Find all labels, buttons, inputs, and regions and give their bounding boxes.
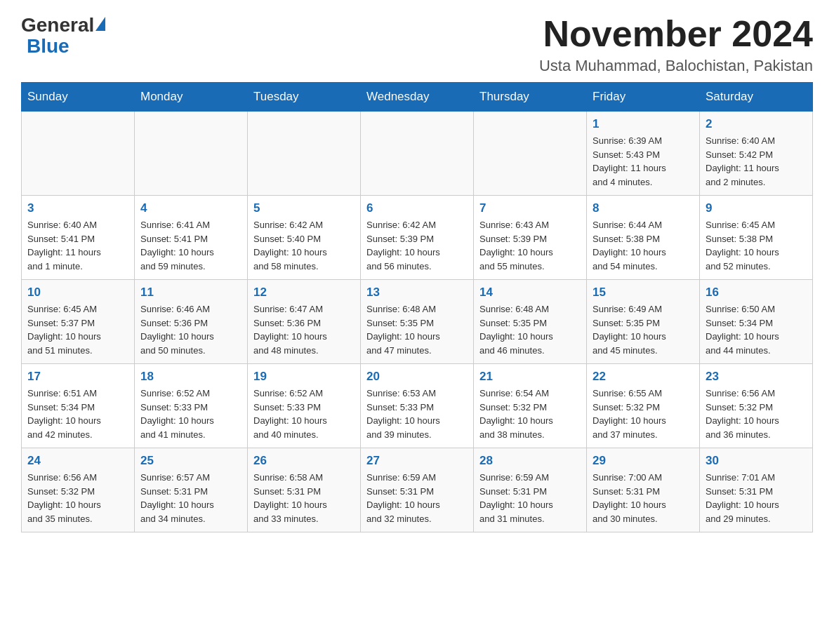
day-info: Sunrise: 6:41 AMSunset: 5:41 PMDaylight:… bbox=[140, 218, 241, 273]
day-number: 14 bbox=[479, 286, 581, 300]
calendar-cell: 12Sunrise: 6:47 AMSunset: 5:36 PMDayligh… bbox=[248, 280, 361, 364]
day-number: 3 bbox=[27, 201, 128, 215]
calendar-cell: 23Sunrise: 6:56 AMSunset: 5:32 PMDayligh… bbox=[700, 364, 813, 448]
day-number: 18 bbox=[140, 370, 241, 384]
day-number: 25 bbox=[140, 454, 241, 468]
calendar-cell: 20Sunrise: 6:53 AMSunset: 5:33 PMDayligh… bbox=[361, 364, 474, 448]
calendar-cell: 7Sunrise: 6:43 AMSunset: 5:39 PMDaylight… bbox=[474, 196, 587, 280]
logo-area: General Blue bbox=[21, 14, 107, 58]
day-header-wednesday: Wednesday bbox=[361, 83, 474, 112]
calendar-cell bbox=[474, 112, 587, 196]
calendar-cell: 13Sunrise: 6:48 AMSunset: 5:35 PMDayligh… bbox=[361, 280, 474, 364]
day-number: 8 bbox=[593, 201, 694, 215]
day-info: Sunrise: 6:42 AMSunset: 5:40 PMDaylight:… bbox=[253, 218, 355, 273]
calendar-cell: 28Sunrise: 6:59 AMSunset: 5:31 PMDayligh… bbox=[474, 448, 587, 532]
calendar-cell: 17Sunrise: 6:51 AMSunset: 5:34 PMDayligh… bbox=[22, 364, 135, 448]
calendar-cell: 6Sunrise: 6:42 AMSunset: 5:39 PMDaylight… bbox=[361, 196, 474, 280]
calendar-cell: 8Sunrise: 6:44 AMSunset: 5:38 PMDaylight… bbox=[587, 196, 700, 280]
calendar-cell bbox=[361, 112, 474, 196]
calendar-cell: 9Sunrise: 6:45 AMSunset: 5:38 PMDaylight… bbox=[700, 196, 813, 280]
day-info: Sunrise: 6:48 AMSunset: 5:35 PMDaylight:… bbox=[366, 302, 468, 357]
calendar-cell: 27Sunrise: 6:59 AMSunset: 5:31 PMDayligh… bbox=[361, 448, 474, 532]
calendar-cell: 11Sunrise: 6:46 AMSunset: 5:36 PMDayligh… bbox=[135, 280, 248, 364]
day-info: Sunrise: 6:43 AMSunset: 5:39 PMDaylight:… bbox=[479, 218, 581, 273]
day-number: 17 bbox=[27, 370, 128, 384]
day-info: Sunrise: 6:42 AMSunset: 5:39 PMDaylight:… bbox=[366, 218, 468, 273]
calendar-cell: 18Sunrise: 6:52 AMSunset: 5:33 PMDayligh… bbox=[135, 364, 248, 448]
day-info: Sunrise: 6:52 AMSunset: 5:33 PMDaylight:… bbox=[253, 387, 355, 441]
logo-blue-text: Blue bbox=[27, 35, 70, 58]
title-area: November 2024 Usta Muhammad, Balochistan… bbox=[539, 14, 813, 75]
calendar-cell: 10Sunrise: 6:45 AMSunset: 5:37 PMDayligh… bbox=[22, 280, 135, 364]
week-row-3: 10Sunrise: 6:45 AMSunset: 5:37 PMDayligh… bbox=[22, 280, 813, 364]
day-info: Sunrise: 6:51 AMSunset: 5:34 PMDaylight:… bbox=[27, 387, 128, 441]
day-header-tuesday: Tuesday bbox=[248, 83, 361, 112]
calendar-cell bbox=[135, 112, 248, 196]
day-info: Sunrise: 6:56 AMSunset: 5:32 PMDaylight:… bbox=[27, 471, 128, 525]
calendar-cell: 24Sunrise: 6:56 AMSunset: 5:32 PMDayligh… bbox=[22, 448, 135, 532]
calendar-cell: 19Sunrise: 6:52 AMSunset: 5:33 PMDayligh… bbox=[248, 364, 361, 448]
day-number: 24 bbox=[27, 454, 128, 468]
logo-triangle-icon bbox=[95, 17, 105, 31]
calendar-cell: 22Sunrise: 6:55 AMSunset: 5:32 PMDayligh… bbox=[587, 364, 700, 448]
calendar-table: SundayMondayTuesdayWednesdayThursdayFrid… bbox=[21, 82, 813, 532]
day-number: 10 bbox=[27, 286, 128, 300]
day-info: Sunrise: 6:44 AMSunset: 5:38 PMDaylight:… bbox=[593, 218, 694, 273]
calendar-cell: 29Sunrise: 7:00 AMSunset: 5:31 PMDayligh… bbox=[587, 448, 700, 532]
day-info: Sunrise: 7:00 AMSunset: 5:31 PMDaylight:… bbox=[593, 471, 694, 525]
month-title: November 2024 bbox=[539, 14, 813, 54]
day-info: Sunrise: 6:45 AMSunset: 5:37 PMDaylight:… bbox=[27, 302, 128, 357]
day-number: 1 bbox=[593, 117, 694, 131]
day-info: Sunrise: 6:54 AMSunset: 5:32 PMDaylight:… bbox=[479, 387, 581, 441]
day-number: 29 bbox=[593, 454, 694, 468]
day-info: Sunrise: 6:48 AMSunset: 5:35 PMDaylight:… bbox=[479, 302, 581, 357]
day-number: 5 bbox=[253, 201, 355, 215]
day-info: Sunrise: 6:53 AMSunset: 5:33 PMDaylight:… bbox=[366, 387, 468, 441]
day-info: Sunrise: 6:47 AMSunset: 5:36 PMDaylight:… bbox=[253, 302, 355, 357]
day-info: Sunrise: 6:58 AMSunset: 5:31 PMDaylight:… bbox=[253, 471, 355, 525]
day-info: Sunrise: 6:40 AMSunset: 5:42 PMDaylight:… bbox=[706, 134, 807, 189]
day-number: 13 bbox=[366, 286, 468, 300]
day-number: 23 bbox=[706, 370, 807, 384]
calendar-cell: 4Sunrise: 6:41 AMSunset: 5:41 PMDaylight… bbox=[135, 196, 248, 280]
day-number: 28 bbox=[479, 454, 581, 468]
day-number: 30 bbox=[706, 454, 807, 468]
day-header-thursday: Thursday bbox=[474, 83, 587, 112]
day-header-friday: Friday bbox=[587, 83, 700, 112]
day-info: Sunrise: 6:46 AMSunset: 5:36 PMDaylight:… bbox=[140, 302, 241, 357]
day-info: Sunrise: 6:45 AMSunset: 5:38 PMDaylight:… bbox=[706, 218, 807, 273]
day-number: 19 bbox=[253, 370, 355, 384]
calendar-cell: 14Sunrise: 6:48 AMSunset: 5:35 PMDayligh… bbox=[474, 280, 587, 364]
calendar-cell: 26Sunrise: 6:58 AMSunset: 5:31 PMDayligh… bbox=[248, 448, 361, 532]
day-info: Sunrise: 6:39 AMSunset: 5:43 PMDaylight:… bbox=[593, 134, 694, 189]
day-info: Sunrise: 6:40 AMSunset: 5:41 PMDaylight:… bbox=[27, 218, 128, 273]
day-number: 22 bbox=[593, 370, 694, 384]
day-number: 6 bbox=[366, 201, 468, 215]
logo: General bbox=[21, 14, 107, 36]
day-number: 7 bbox=[479, 201, 581, 215]
day-number: 21 bbox=[479, 370, 581, 384]
day-info: Sunrise: 7:01 AMSunset: 5:31 PMDaylight:… bbox=[706, 471, 807, 525]
week-row-1: 1Sunrise: 6:39 AMSunset: 5:43 PMDaylight… bbox=[22, 112, 813, 196]
day-info: Sunrise: 6:55 AMSunset: 5:32 PMDaylight:… bbox=[593, 387, 694, 441]
week-row-2: 3Sunrise: 6:40 AMSunset: 5:41 PMDaylight… bbox=[22, 196, 813, 280]
day-number: 16 bbox=[706, 286, 807, 300]
day-info: Sunrise: 6:49 AMSunset: 5:35 PMDaylight:… bbox=[593, 302, 694, 357]
calendar-cell: 30Sunrise: 7:01 AMSunset: 5:31 PMDayligh… bbox=[700, 448, 813, 532]
day-info: Sunrise: 6:59 AMSunset: 5:31 PMDaylight:… bbox=[479, 471, 581, 525]
day-info: Sunrise: 6:59 AMSunset: 5:31 PMDaylight:… bbox=[366, 471, 468, 525]
header: General Blue November 2024 Usta Muhammad… bbox=[21, 14, 813, 75]
day-number: 20 bbox=[366, 370, 468, 384]
day-number: 9 bbox=[706, 201, 807, 215]
calendar-cell: 2Sunrise: 6:40 AMSunset: 5:42 PMDaylight… bbox=[700, 112, 813, 196]
day-info: Sunrise: 6:56 AMSunset: 5:32 PMDaylight:… bbox=[706, 387, 807, 441]
day-number: 2 bbox=[706, 117, 807, 131]
calendar-cell: 5Sunrise: 6:42 AMSunset: 5:40 PMDaylight… bbox=[248, 196, 361, 280]
logo-general-text: General bbox=[21, 14, 94, 36]
day-number: 12 bbox=[253, 286, 355, 300]
location-subtitle: Usta Muhammad, Balochistan, Pakistan bbox=[539, 57, 813, 75]
week-row-5: 24Sunrise: 6:56 AMSunset: 5:32 PMDayligh… bbox=[22, 448, 813, 532]
calendar-cell: 3Sunrise: 6:40 AMSunset: 5:41 PMDaylight… bbox=[22, 196, 135, 280]
calendar-cell: 15Sunrise: 6:49 AMSunset: 5:35 PMDayligh… bbox=[587, 280, 700, 364]
day-number: 4 bbox=[140, 201, 241, 215]
